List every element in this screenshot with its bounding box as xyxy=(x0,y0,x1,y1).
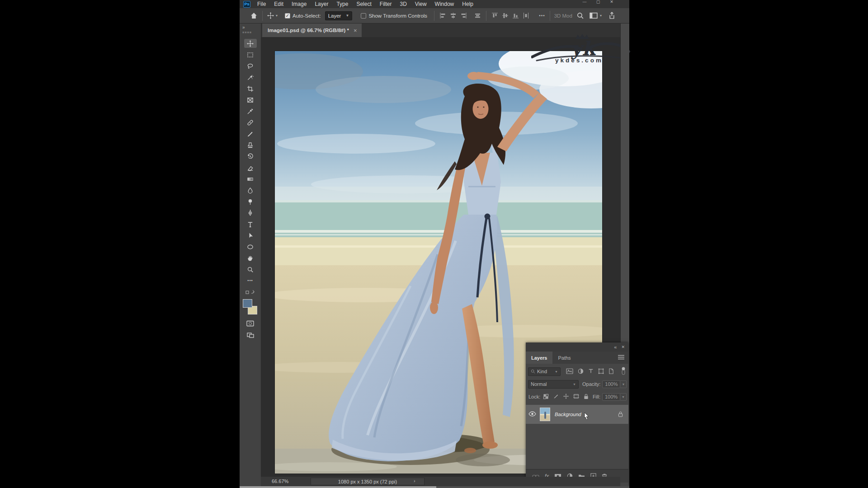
menu-item-select[interactable]: Select xyxy=(352,0,375,8)
filter-kind-dropdown[interactable]: Kind ▼ xyxy=(528,367,561,376)
panel-collapse-button[interactable]: « xyxy=(614,344,617,350)
watermark: yk ykdes.com xyxy=(531,33,631,70)
lock-transparency-button[interactable] xyxy=(543,394,549,400)
tool-shape-ellipse[interactable] xyxy=(244,242,257,251)
tool-preset-button[interactable]: ▾ xyxy=(266,10,279,22)
menu-item-image[interactable]: Image xyxy=(288,0,311,8)
align-bottom-button[interactable] xyxy=(510,10,521,22)
align-middle-button[interactable] xyxy=(500,10,510,22)
align-top-icon xyxy=(491,12,499,19)
tool-zoom[interactable] xyxy=(244,265,257,274)
filter-adjustment-layers-button[interactable] xyxy=(578,368,584,375)
tool-object-selection[interactable] xyxy=(244,73,257,82)
align-left-button[interactable] xyxy=(438,10,448,22)
arrange-workspace-button[interactable]: ▾ xyxy=(588,10,603,22)
search-button[interactable] xyxy=(575,10,585,22)
filter-toggle-switch[interactable] xyxy=(621,367,626,376)
menu-item-type[interactable]: Type xyxy=(332,0,352,8)
close-button[interactable]: ✕ xyxy=(605,0,618,4)
filter-smart-objects-button[interactable] xyxy=(609,368,614,375)
layer-visibility-toggle[interactable] xyxy=(528,411,536,418)
layer-row-background[interactable]: Background xyxy=(526,405,628,424)
edit-toolbar-button[interactable]: ••• xyxy=(244,276,257,285)
foreground-color-swatch[interactable] xyxy=(243,299,252,308)
tool-dodge[interactable] xyxy=(244,197,257,206)
filter-type-layers-button[interactable] xyxy=(588,368,594,375)
menu-item-file[interactable]: File xyxy=(253,0,270,8)
menu-item-layer[interactable]: Layer xyxy=(311,0,332,8)
home-button[interactable] xyxy=(249,10,259,22)
distribute-horizontal-button[interactable] xyxy=(521,10,531,22)
show-transform-label: Show Transform Controls xyxy=(368,13,427,19)
panel-close-button[interactable]: ✕ xyxy=(621,345,625,349)
fill-dropdown-button[interactable]: ▼ xyxy=(620,393,627,401)
auto-select-checkbox[interactable]: ✓ Auto-Select: xyxy=(283,10,322,22)
opacity-dropdown-button[interactable]: ▼ xyxy=(620,380,627,388)
blend-mode-dropdown[interactable]: Normal ▼ xyxy=(528,380,579,389)
watermark-logo-icon: yk xyxy=(531,33,631,70)
tool-blur[interactable] xyxy=(244,186,257,195)
tool-clone-stamp[interactable] xyxy=(244,141,257,150)
tool-rectangular-marquee[interactable] xyxy=(244,50,257,59)
tool-path-select[interactable] xyxy=(244,231,257,240)
align-left-icon xyxy=(439,12,447,19)
tab-paths[interactable]: Paths xyxy=(552,352,576,364)
menu-item-3d[interactable]: 3D xyxy=(396,0,410,8)
divider xyxy=(434,11,434,21)
tool-move[interactable] xyxy=(244,39,257,48)
tool-type[interactable] xyxy=(244,220,257,229)
tool-eyedropper[interactable] xyxy=(244,107,257,116)
layer-name[interactable]: Background xyxy=(555,412,581,417)
document-info[interactable]: 1080 px x 1350 px (72 ppi) xyxy=(311,478,425,485)
menu-item-edit[interactable]: Edit xyxy=(270,0,288,8)
tool-gradient[interactable] xyxy=(244,174,257,183)
lock-artboard-button[interactable] xyxy=(573,394,579,400)
fill-input[interactable]: 100% xyxy=(602,393,620,401)
layer-thumbnail[interactable] xyxy=(540,408,550,421)
opacity-input[interactable]: 100% xyxy=(602,380,620,388)
status-expand-button[interactable]: › xyxy=(414,478,415,483)
tool-crop[interactable] xyxy=(244,84,257,93)
document-tab[interactable]: Image01.psd @ 66.7% (RGB/8#) * × xyxy=(262,23,362,37)
tool-lasso[interactable] xyxy=(244,61,257,70)
minimize-button[interactable]: — xyxy=(578,0,591,4)
lock-all-button[interactable] xyxy=(584,394,589,400)
tool-eraser[interactable] xyxy=(244,163,257,172)
tool-hand[interactable] xyxy=(244,253,257,263)
align-center-horizontal-button[interactable] xyxy=(448,10,458,22)
tab-layers[interactable]: Layers xyxy=(526,352,552,364)
menu-item-window[interactable]: Window xyxy=(431,0,458,8)
distribute-centers-button[interactable] xyxy=(472,10,483,22)
screen-mode-button[interactable] xyxy=(244,330,257,339)
tool-frame[interactable] xyxy=(244,95,257,104)
filter-pixel-layers-button[interactable] xyxy=(566,368,573,375)
menu-item-view[interactable]: View xyxy=(411,0,431,8)
share-button[interactable] xyxy=(607,10,617,22)
photoshop-icon[interactable]: Ps xyxy=(243,1,250,8)
show-transform-checkbox[interactable]: Show Transform Controls xyxy=(359,10,429,22)
toolbar-header[interactable]: » ■■■■ xyxy=(240,23,261,37)
quick-mask-button[interactable] xyxy=(244,319,257,328)
align-top-button[interactable] xyxy=(490,10,500,22)
color-swatches[interactable] xyxy=(243,299,258,315)
eye-icon xyxy=(528,411,536,417)
lock-pixels-button[interactable] xyxy=(553,394,559,400)
tool-history-brush[interactable] xyxy=(244,152,257,161)
photoshop-window: Ps File Edit Image Layer Type Select Fil… xyxy=(240,0,629,488)
maximize-button[interactable]: ▢ xyxy=(591,0,605,4)
lock-position-button[interactable] xyxy=(563,394,569,400)
filter-shape-layers-button[interactable] xyxy=(598,368,604,375)
tool-spot-healing[interactable] xyxy=(244,118,257,127)
auto-select-target-dropdown[interactable]: Layer ▼ xyxy=(325,11,353,20)
menu-item-help[interactable]: Help xyxy=(458,0,477,8)
zoom-level-field[interactable]: 66.67% xyxy=(272,479,288,484)
default-swap-colors[interactable] xyxy=(244,287,257,296)
panel-menu-button[interactable] xyxy=(618,355,625,361)
tab-close-button[interactable]: × xyxy=(354,27,357,34)
tool-brush[interactable] xyxy=(244,129,257,138)
tool-pen[interactable] xyxy=(244,208,257,217)
menu-item-filter[interactable]: Filter xyxy=(376,0,396,8)
chevron-down-icon: ▼ xyxy=(555,370,558,373)
more-options-button[interactable]: ••• xyxy=(538,10,547,22)
align-right-button[interactable] xyxy=(458,10,469,22)
